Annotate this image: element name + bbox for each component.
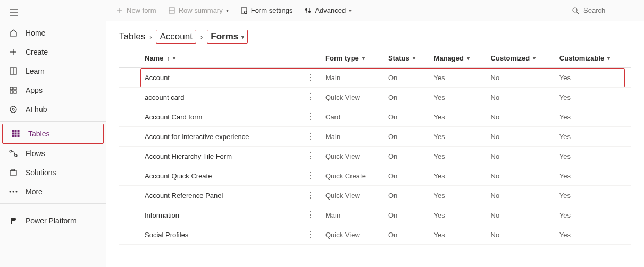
cell-customizable: Yes (555, 205, 631, 225)
sidebar-item-tables[interactable]: Tables (3, 124, 103, 143)
table-row[interactable]: Account Reference Panel⋮Quick ViewOnYesN… (119, 186, 631, 205)
col-name[interactable]: Name↑▾ (140, 49, 300, 68)
search-box[interactable] (567, 4, 635, 16)
row-more-button[interactable]: ⋮ (304, 151, 317, 160)
sidebar-item-create[interactable]: Create (0, 42, 106, 62)
chevron-down-icon: ▾ (173, 55, 175, 61)
svg-point-27 (13, 191, 14, 193)
sidebar-item-solutions[interactable]: Solutions (0, 163, 106, 182)
svg-rect-13 (12, 130, 14, 132)
sidebar-item-ai-hub[interactable]: AI hub (0, 100, 106, 119)
plus-icon (9, 47, 18, 57)
table-row[interactable]: Social Profiles⋮Quick ViewOnYesNoYes (119, 225, 631, 245)
breadcrumb-tables[interactable]: Tables (119, 31, 145, 42)
cell-customized: No (487, 68, 555, 88)
sidebar-item-apps[interactable]: Apps (0, 81, 106, 100)
cell-customized: No (487, 186, 555, 205)
advanced-button[interactable]: Advanced ▾ (303, 4, 353, 16)
svg-rect-31 (169, 8, 174, 13)
row-more-button[interactable]: ⋮ (304, 112, 317, 121)
cell-name[interactable]: Account for Interactive experience (140, 127, 300, 147)
cell-name[interactable]: Account Card form (140, 107, 300, 127)
col-customized[interactable]: Customized▾ (487, 49, 555, 68)
search-input[interactable] (583, 6, 631, 14)
breadcrumb-forms[interactable]: Forms ▾ (207, 30, 248, 44)
cell-customized: No (487, 107, 555, 127)
sidebar-item-power-platform[interactable]: Power Platform (0, 211, 106, 230)
cell-status: On (384, 107, 430, 127)
chevron-right-icon: › (200, 33, 203, 41)
row-more-button[interactable]: ⋮ (304, 230, 317, 239)
col-customizable[interactable]: Customizable▾ (555, 49, 631, 68)
home-icon (9, 28, 18, 38)
table-row[interactable]: Information⋮MainOnYesNoYes (119, 205, 631, 225)
sidebar-item-learn[interactable]: Learn (0, 62, 106, 81)
cell-name[interactable]: Information (140, 205, 300, 225)
table-row[interactable]: Account Card form⋮CardOnYesNoYes (119, 107, 631, 127)
form-settings-button[interactable]: Form settings (239, 4, 294, 16)
sidebar-item-label: Solutions (26, 168, 56, 177)
table-row[interactable]: Account Hierarchy Tile Form⋮Quick ViewOn… (119, 147, 631, 166)
table-row[interactable]: Account⋮MainOnYesNoYes (119, 68, 631, 88)
cell-status: On (384, 166, 430, 186)
chevron-down-icon: ▾ (362, 55, 365, 61)
cell-name[interactable]: account card (140, 88, 300, 107)
ai-icon (9, 105, 18, 114)
cell-form-type: Quick View (321, 88, 384, 107)
chevron-right-icon: › (149, 33, 152, 41)
breadcrumb-account[interactable]: Account (160, 31, 192, 41)
cell-status: On (384, 205, 430, 225)
cell-customizable: Yes (555, 186, 631, 205)
sidebar-item-label: Learn (26, 67, 45, 75)
sidebar-item-home[interactable]: Home (0, 23, 106, 42)
cell-customized: No (487, 147, 555, 166)
svg-rect-15 (18, 130, 19, 132)
table-row[interactable]: account card⋮Quick ViewOnYesNoYes (119, 88, 631, 107)
cell-name[interactable]: Social Profiles (140, 225, 300, 245)
cell-status: On (384, 186, 430, 205)
row-more-button[interactable]: ⋮ (304, 132, 317, 141)
chevron-down-icon: ▾ (349, 7, 352, 13)
row-more-button[interactable]: ⋮ (304, 171, 317, 180)
cell-name[interactable]: Account Hierarchy Tile Form (140, 147, 300, 166)
row-more-button[interactable]: ⋮ (304, 92, 317, 101)
sidebar-item-label: Flows (26, 149, 45, 158)
hamburger-button[interactable] (3, 3, 24, 22)
cell-name[interactable]: Account Reference Panel (140, 186, 300, 205)
row-more-button[interactable]: ⋮ (304, 210, 317, 219)
col-managed[interactable]: Managed▾ (430, 49, 487, 68)
table-row[interactable]: Account Quick Create⋮Quick CreateOnYesNo… (119, 166, 631, 186)
table-row[interactable]: Account for Interactive experience⋮MainO… (119, 127, 631, 147)
svg-rect-7 (10, 87, 13, 90)
cell-name[interactable]: Account (140, 68, 300, 88)
sidebar-item-label: More (26, 187, 43, 196)
cell-status: On (384, 225, 430, 245)
cmd-label: New form (127, 6, 156, 14)
cell-managed: Yes (430, 107, 487, 127)
sidebar-item-more[interactable]: More (0, 182, 106, 201)
cell-managed: Yes (430, 127, 487, 147)
new-form-button[interactable]: New form (115, 4, 157, 16)
svg-point-39 (573, 8, 577, 12)
svg-point-11 (10, 106, 16, 113)
cell-status: On (384, 88, 430, 107)
col-status[interactable]: Status▾ (384, 49, 430, 68)
col-form-type[interactable]: Form type▾ (321, 49, 384, 68)
sidebar-divider (0, 203, 106, 204)
cell-customizable: Yes (555, 107, 631, 127)
svg-point-28 (16, 191, 18, 193)
svg-rect-19 (12, 135, 14, 137)
cell-form-type: Main (321, 68, 384, 88)
cell-customizable: Yes (555, 225, 631, 245)
row-more-button[interactable]: ⋮ (304, 191, 317, 200)
svg-rect-14 (15, 130, 16, 132)
row-summary-button[interactable]: Row summary ▾ (167, 4, 230, 16)
cell-name[interactable]: Account Quick Create (140, 166, 300, 186)
row-more-button[interactable]: ⋮ (304, 73, 317, 82)
cell-form-type: Card (321, 107, 384, 127)
sidebar-divider (0, 121, 106, 122)
sidebar-item-flows[interactable]: Flows (0, 144, 106, 163)
cell-managed: Yes (430, 68, 487, 88)
cell-customizable: Yes (555, 88, 631, 107)
select-all-column[interactable] (119, 49, 140, 68)
